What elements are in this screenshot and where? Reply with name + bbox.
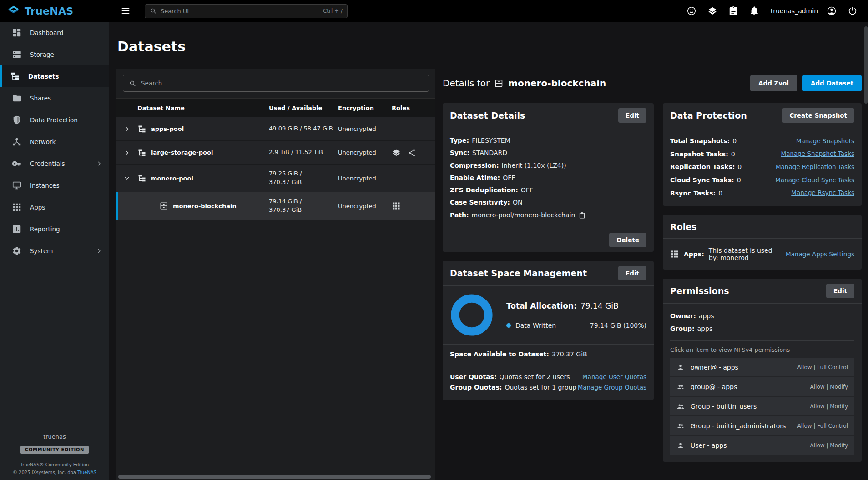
collapse-chevron-down-icon[interactable] — [116, 174, 137, 182]
card-title: Permissions — [670, 286, 729, 296]
group-icon — [676, 422, 685, 430]
permission-access: Allow | Modify — [810, 384, 848, 390]
sidebar-item-storage[interactable]: Storage — [0, 44, 109, 65]
permission-who: Group - builtin_administrators — [691, 422, 786, 430]
expand-chevron-right-icon[interactable] — [116, 149, 137, 157]
menu-toggle-button[interactable] — [116, 2, 135, 20]
field-value: STANDARD — [472, 149, 507, 156]
details-panel: Details for monero-blockchain Add Zvol A… — [443, 69, 862, 480]
dataset-row-large-storage-pool[interactable]: large-storage-pool 2.9 TiB / 11.52 TiB U… — [116, 141, 435, 165]
sidebar-item-datasets[interactable]: Datasets — [0, 65, 109, 87]
copy-path-icon[interactable] — [579, 212, 585, 219]
field-value: 0 — [732, 135, 737, 148]
field-value: OFF — [503, 174, 515, 181]
sidebar-footer: truenas COMMUNITY EDITION TrueNAS® Commu… — [0, 433, 109, 480]
account-circle-icon[interactable] — [823, 2, 841, 20]
used-available-value: 2.9 TiB / 11.52 TiB — [269, 148, 338, 157]
field-label: Cloud Sync Tasks: — [670, 174, 734, 187]
permission-item-user-apps[interactable]: User - apps Allow | Modify — [670, 436, 854, 455]
manage-cloud-sync-tasks-link[interactable]: Manage Cloud Sync Tasks — [775, 174, 854, 187]
field-value: FILESYSTEM — [472, 137, 510, 144]
total-allocation-value: 79.14 GiB — [580, 301, 619, 310]
global-search-input[interactable] — [161, 8, 319, 15]
sidebar-item-system[interactable]: System — [0, 240, 109, 262]
space-available-value: 370.37 GiB — [552, 350, 587, 358]
sidebar-item-data-protection[interactable]: Data Protection — [0, 109, 109, 131]
dataset-name: monero-pool — [151, 175, 193, 182]
feedback-smiley-icon[interactable] — [682, 2, 701, 20]
manage-group-quotas-link[interactable]: Manage Group Quotas — [578, 384, 646, 391]
permission-item-owner[interactable]: owner@ - apps Allow | Full Control — [670, 358, 854, 376]
sidebar-item-label: Instances — [30, 182, 59, 189]
sidebar-item-network[interactable]: Network — [0, 131, 109, 153]
permission-item-builtin-administrators[interactable]: Group - builtin_administrators Allow | F… — [670, 416, 854, 435]
page-title: Datasets — [117, 39, 868, 54]
dataset-row-apps-pool[interactable]: apps-pool 49.09 GiB / 58.47 GiB Unencryp… — [116, 117, 435, 141]
sidebar-item-label: Network — [30, 138, 56, 145]
edit-permissions-button[interactable]: Edit — [826, 284, 854, 298]
used-available-value: 79.14 GiB / — [269, 197, 338, 206]
layers-role-icon — [392, 148, 401, 157]
power-icon[interactable] — [843, 2, 862, 20]
datasets-tree-icon — [10, 71, 20, 81]
manage-rsync-tasks-link[interactable]: Manage Rsync Tasks — [791, 187, 854, 200]
space-available-label: Space Available to Dataset: — [450, 350, 549, 358]
edit-space-button[interactable]: Edit — [618, 266, 646, 280]
permission-item-builtin-users[interactable]: Group - builtin_users Allow | Modify — [670, 397, 854, 415]
apps-grid-icon — [12, 202, 22, 212]
sidebar-item-label: Storage — [30, 51, 54, 58]
dataset-row-monero-blockchain[interactable]: monero-blockchain 79.14 GiB /370.37 GiB … — [116, 192, 435, 220]
sidebar-item-apps[interactable]: Apps — [0, 196, 109, 218]
copyright-line: © 2025 iXsystems, Inc. dba TrueNAS — [0, 469, 109, 476]
hostname-label: truenas — [0, 433, 109, 440]
permission-item-group-at[interactable]: group@ - apps Allow | Modify — [670, 377, 854, 396]
sidebar-item-credentials[interactable]: Credentials — [0, 153, 109, 175]
global-search[interactable]: Ctrl + / — [145, 4, 348, 18]
manage-user-quotas-link[interactable]: Manage User Quotas — [582, 373, 646, 380]
field-label: Replication Tasks: — [670, 160, 735, 174]
expand-chevron-right-icon[interactable] — [116, 125, 137, 133]
dataset-row-monero-pool[interactable]: monero-pool 79.25 GiB /370.37 GiB Unencr… — [116, 165, 435, 192]
manage-snapshot-tasks-link[interactable]: Manage Snapshot Tasks — [781, 148, 855, 160]
horizontal-scrollbar[interactable] — [118, 475, 431, 479]
manage-apps-settings-link[interactable]: Manage Apps Settings — [786, 250, 854, 258]
dataset-search-input[interactable] — [141, 80, 423, 87]
field-label: Type: — [450, 137, 469, 144]
group-quotas-label: Group Quotas: — [450, 384, 502, 391]
sidebar-item-dashboard[interactable]: Dashboard — [0, 22, 109, 44]
add-zvol-button[interactable]: Add Zvol — [750, 75, 797, 91]
jobs-clipboard-icon[interactable] — [724, 2, 742, 20]
layers-icon[interactable] — [703, 2, 722, 20]
column-roles: Roles — [392, 105, 435, 111]
permission-who: owner@ - apps — [691, 364, 738, 371]
sidebar-item-reporting[interactable]: Reporting — [0, 218, 109, 240]
truenas-logo[interactable]: TrueNAS — [0, 5, 109, 17]
field-label: ZFS Deduplication: — [450, 186, 518, 194]
manage-snapshots-link[interactable]: Manage Snapshots — [796, 135, 854, 148]
monitor-icon — [12, 180, 22, 190]
manage-replication-tasks-link[interactable]: Manage Replication Tasks — [776, 161, 854, 174]
sidebar-item-shares[interactable]: Shares — [0, 87, 109, 109]
share-role-icon — [407, 148, 416, 157]
apps-grid-icon — [670, 250, 679, 259]
sidebar-item-instances[interactable]: Instances — [0, 175, 109, 196]
used-available-value2: 370.37 GiB — [269, 206, 338, 215]
permission-who: User - apps — [691, 442, 727, 449]
add-dataset-button[interactable]: Add Dataset — [802, 75, 862, 91]
truenas-link[interactable]: TrueNAS — [77, 470, 96, 475]
card-title: Data Protection — [670, 110, 747, 120]
legend-dot — [506, 323, 511, 328]
brand-name: TrueNAS — [25, 5, 73, 17]
delete-dataset-button[interactable]: Delete — [609, 233, 646, 247]
sidebar-item-label: Reporting — [30, 225, 60, 233]
edit-dataset-details-button[interactable]: Edit — [618, 108, 646, 123]
card-title: Dataset Details — [450, 110, 525, 120]
alerts-bell-icon[interactable] — [745, 2, 763, 20]
copyright-text: © 2025 iXsystems, Inc. dba — [13, 470, 76, 475]
dataset-search[interactable] — [123, 75, 429, 92]
create-snapshot-button[interactable]: Create Snapshot — [782, 108, 854, 123]
vertical-scrollbar[interactable] — [864, 26, 868, 104]
sidebar-item-label: Credentials — [30, 160, 65, 167]
search-shortcut-hint: Ctrl + / — [323, 8, 343, 14]
bar-chart-icon — [12, 224, 22, 234]
